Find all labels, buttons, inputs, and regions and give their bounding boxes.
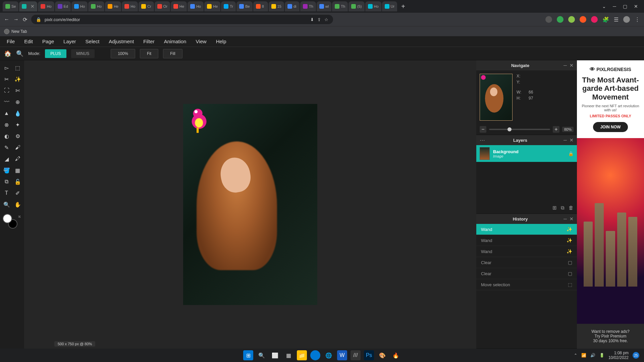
text-tool-icon[interactable]: T [2, 188, 11, 198]
browser-menu-icon[interactable]: ⋮ [635, 16, 640, 23]
browser-tab[interactable]: Tr [221, 1, 236, 11]
canvas[interactable] [183, 104, 317, 305]
menu-animation[interactable]: Animation [164, 39, 186, 44]
explorer-icon[interactable]: 📁 [297, 350, 307, 360]
zoom-100-button[interactable]: 100% [111, 49, 135, 58]
history-item[interactable]: Clear▢ [476, 268, 577, 279]
menu-edit[interactable]: Edit [24, 39, 33, 44]
menu-page[interactable]: Page [42, 39, 54, 44]
clock[interactable]: 1:08 pm 10/02/2022 [608, 351, 629, 360]
history-item[interactable]: Wand✨ [476, 235, 577, 246]
browser-tab[interactable]: Be [236, 1, 252, 11]
marquee-tool-icon[interactable]: ⬚ [13, 63, 22, 72]
delete-layer-icon[interactable]: 🗑 [569, 205, 574, 211]
pen-tool-icon[interactable]: ✎ [2, 143, 11, 152]
extension-icon[interactable] [545, 16, 552, 23]
frame-tool-icon[interactable]: 🔓 [13, 177, 22, 186]
browser-tab[interactable]: Cr [139, 1, 154, 11]
eraser-tool-icon[interactable]: ◢ [2, 154, 11, 164]
browser-tab[interactable]: Ho [38, 1, 54, 11]
panel-minimize-icon[interactable]: ─ [564, 216, 567, 222]
dodge-tool-icon[interactable]: ◐ [2, 131, 11, 141]
toning-tool-icon[interactable]: ⚙ [13, 131, 22, 141]
browser-tab[interactable]: Ed [55, 1, 71, 11]
zoom-fit-button[interactable]: Fit [140, 49, 158, 58]
word-icon[interactable]: W [337, 350, 347, 360]
forward-button[interactable]: → [13, 16, 19, 22]
star-icon[interactable]: ☆ [324, 17, 328, 22]
history-item[interactable]: Wand✨ [476, 246, 577, 257]
mode-minus-button[interactable]: MINUS [71, 49, 95, 58]
browser-tab[interactable]: Ho [365, 1, 381, 11]
back-button[interactable]: ← [4, 16, 9, 22]
install-icon[interactable]: ⬇ [310, 17, 314, 22]
replace-color-tool-icon[interactable]: 🖍 [13, 154, 22, 164]
browser-tab[interactable]: He [171, 1, 187, 11]
duplicate-layer-icon[interactable]: ⧉ [561, 205, 565, 211]
browser-tab[interactable]: Ur [382, 1, 397, 11]
liquify-tool-icon[interactable]: 〰 [2, 97, 11, 107]
window-maximize-icon[interactable]: ▢ [623, 4, 627, 9]
picker-tool-icon[interactable]: ✐ [13, 188, 22, 198]
reading-list-icon[interactable]: ☰ [614, 16, 619, 23]
browser-tab[interactable]: Th [332, 1, 348, 11]
browser-tab[interactable]: Ho [187, 1, 204, 11]
menu-select[interactable]: Select [86, 39, 100, 44]
extension-icon[interactable] [557, 16, 564, 23]
layers-options-icon[interactable]: ⋯ [480, 137, 485, 143]
brush-tool-icon[interactable]: 🖌 [13, 143, 22, 152]
foreground-color[interactable] [3, 214, 12, 223]
reload-button[interactable]: ⟳ [23, 16, 27, 23]
navigate-thumbnail[interactable] [480, 74, 513, 121]
browser-tab[interactable]: Ho [88, 1, 104, 11]
share-icon[interactable]: ⇪ [317, 17, 321, 22]
zoom-fill-button[interactable]: Fill [163, 49, 182, 58]
browser-tab[interactable]: Or [155, 1, 170, 11]
history-item[interactable]: Clear▢ [476, 257, 577, 268]
ad-join-button[interactable]: JOIN NOW [593, 122, 628, 132]
bookmark-item[interactable]: New Tab [4, 29, 27, 34]
layer-item[interactable]: Background Image 🔒 [476, 145, 577, 162]
task-view-icon[interactable]: ⬜ [270, 350, 280, 360]
browser-tab[interactable]: (5) [348, 1, 364, 11]
panel-minimize-icon[interactable]: ─ [564, 63, 567, 68]
color-swatches[interactable]: ⤭ [2, 214, 22, 231]
browser-tab[interactable]: Ho [71, 1, 88, 11]
browser-tab[interactable]: Ho [122, 1, 138, 11]
tray-chevron-icon[interactable]: ⌃ [574, 353, 577, 358]
window-minimize-icon[interactable]: ─ [613, 4, 616, 9]
menu-adjustment[interactable]: Adjustment [109, 39, 134, 44]
menu-view[interactable]: View [196, 39, 206, 44]
menu-help[interactable]: Help [216, 39, 226, 44]
browser-tab[interactable]: di [285, 1, 300, 11]
fill-tool-icon[interactable]: 🪣 [2, 166, 11, 175]
browser-tab[interactable]: Se [3, 1, 18, 11]
history-item[interactable]: Move selection⬚ [476, 279, 577, 290]
history-item[interactable]: Wand✨ [476, 224, 577, 235]
profile-avatar[interactable] [623, 16, 630, 23]
zoom-out-button[interactable]: − [480, 126, 486, 133]
menu-layer[interactable]: Layer [63, 39, 76, 44]
browser-tab[interactable]: Th [300, 1, 316, 11]
layer-lock-icon[interactable]: 🔒 [568, 151, 574, 156]
zoom-slider[interactable] [489, 129, 550, 130]
disperse-tool-icon[interactable]: ⊗ [2, 120, 11, 129]
menu-file[interactable]: File [7, 39, 15, 44]
extension-icon[interactable] [568, 16, 575, 23]
notification-badge[interactable]: 25 [633, 352, 639, 359]
crop-tool-icon[interactable]: ⛶ [2, 86, 11, 95]
photoshop-icon[interactable]: Ps [364, 350, 374, 360]
home-icon[interactable]: 🏠 [4, 50, 11, 57]
panel-close-icon[interactable]: ✕ [570, 63, 574, 68]
hand-tool-icon[interactable]: ✋ [13, 200, 22, 209]
browser-tab[interactable]: ✕ [19, 1, 37, 11]
browser-tab[interactable]: He [204, 1, 220, 11]
browser-tab[interactable]: He [105, 1, 121, 11]
app-icon[interactable]: 🔥 [391, 350, 401, 360]
add-layer-icon[interactable]: ⊞ [552, 205, 557, 211]
window-close-icon[interactable]: ✕ [634, 4, 638, 9]
heal-tool-icon[interactable]: ▲ [2, 109, 11, 118]
tab-close-icon[interactable]: ✕ [31, 4, 35, 9]
start-button[interactable]: ⊞ [243, 350, 253, 360]
extensions-menu-icon[interactable]: 🧩 [602, 16, 609, 23]
